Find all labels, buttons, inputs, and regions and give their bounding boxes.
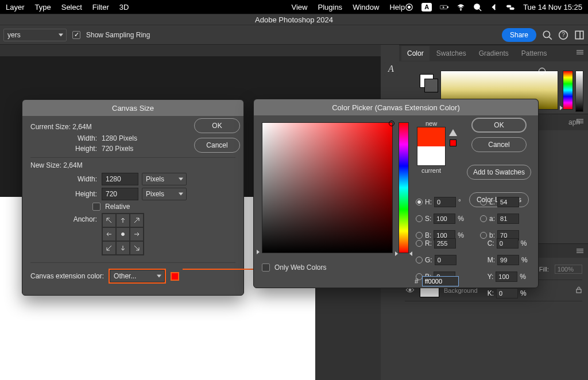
input-h[interactable] [434,197,456,207]
fill-value[interactable]: 100% [555,265,582,274]
height-units[interactable]: Pixels [142,188,187,200]
options-bar: yers Show Sampling Ring Share ? [0,25,588,45]
svg-text:?: ? [562,32,565,38]
new-width-input[interactable] [102,173,138,185]
color-picker-dialog: Color Picker (Canvas Extension Color) ne… [253,99,539,288]
label-a: a: [489,215,495,223]
input-icon[interactable]: A [421,3,432,11]
share-button[interactable]: Share [502,28,536,42]
extension-color-label: Canvas extension color: [30,272,104,280]
svg-rect-15 [575,31,583,39]
new-size-label: New Size: 2,64M [30,161,235,169]
search-icon[interactable] [542,30,552,40]
radio-h[interactable] [416,199,423,205]
gamut-swatch[interactable] [450,139,457,146]
ok-button[interactable]: OK [471,118,527,133]
add-to-swatches-button[interactable]: Add to Swatches [467,165,531,180]
height-label: Height: [30,145,97,153]
current-color-swatch[interactable] [417,146,446,166]
gamut-warning-icon[interactable] [449,129,457,136]
extension-color-swatch[interactable] [171,272,179,281]
tab-patterns[interactable]: Patterns [516,46,553,61]
tab-swatches[interactable]: Swatches [431,46,472,61]
width-label: Width: [30,134,97,142]
layer-lock-icon[interactable] [575,286,582,295]
tab-color[interactable]: Color [401,46,430,61]
menu-view[interactable]: View [292,3,308,11]
svg-point-11 [543,31,550,37]
app-titlebar: Adobe Photoshop 2024 [0,14,588,25]
panel-menu-icon[interactable] [575,49,585,56]
input-a[interactable] [497,214,519,224]
input-R[interactable] [434,238,456,249]
radio-R[interactable] [416,240,423,247]
show-sampling-ring-checkbox[interactable] [72,31,80,39]
menu-help[interactable]: Help [389,3,405,11]
record-icon[interactable] [405,3,413,11]
hex-input[interactable] [422,276,459,286]
chevron-left-icon[interactable] [490,3,498,11]
input-Y[interactable] [496,272,517,282]
tab-gradients[interactable]: Gradients [473,46,514,61]
menu-layer[interactable]: Layer [6,3,25,11]
spotlight-icon[interactable] [473,3,482,11]
input-C[interactable] [497,238,519,249]
wifi-icon[interactable] [457,3,465,11]
canvas-size-dialog: Canvas Size OK Cancel Current Size: 2,64… [22,99,244,296]
anchor-grid[interactable] [102,213,144,255]
cancel-button[interactable]: Cancel [471,137,527,152]
dialog-title: Color Picker (Canvas Extension Color) [254,99,538,115]
radio-G[interactable] [416,257,423,263]
menu-clock[interactable]: Tue 14 Nov 15:25 [523,3,582,11]
control-center-icon[interactable] [506,3,515,11]
sample-dropdown[interactable]: yers [3,29,67,41]
input-K[interactable] [496,288,518,298]
new-height-input[interactable] [102,188,138,200]
radio-s[interactable] [416,215,423,222]
radio-L[interactable] [480,199,487,205]
menu-3d[interactable]: 3D [119,3,129,11]
extension-color-select[interactable]: Other... [110,270,165,282]
panel-menu-icon[interactable] [575,247,585,254]
svg-point-1 [408,6,410,8]
input-L[interactable] [497,197,519,207]
help-icon[interactable]: ? [558,30,568,40]
panel-menu-icon[interactable] [575,118,585,125]
glyphs-panel-icon[interactable]: A [384,62,398,76]
color-marker[interactable] [389,121,394,126]
background-color-swatch[interactable] [424,79,438,92]
menu-select[interactable]: Select [61,3,82,11]
menu-window[interactable]: Window [353,3,379,11]
input-s[interactable] [434,214,455,224]
brightness-strip[interactable] [575,71,583,112]
anchor-label: Anchor: [30,213,97,223]
menu-type[interactable]: Type [35,3,51,11]
svg-rect-34 [577,289,581,293]
label-R: R: [425,239,432,247]
current-color-label: current [417,167,446,174]
input-M[interactable] [497,255,519,265]
menu-plugins[interactable]: Plugins [318,3,342,11]
cancel-button[interactable]: Cancel [194,138,240,153]
battery-icon[interactable] [440,3,448,11]
radio-a[interactable] [480,215,487,222]
label-h: H: [425,198,432,206]
width-units[interactable]: Pixels [142,173,187,185]
hue-strip[interactable] [563,71,573,110]
input-G[interactable] [435,255,457,265]
hex-label: # [415,277,419,285]
workspace-icon[interactable] [574,30,585,40]
fill-label: Fill: [539,266,549,273]
svg-point-5 [474,3,479,9]
only-web-colors-label: Only Web Colors [274,263,326,272]
label-K: K: [488,289,494,297]
only-web-colors-checkbox[interactable] [262,263,270,272]
saturation-field[interactable] [262,122,393,253]
relative-checkbox[interactable] [92,203,100,211]
svg-line-6 [479,9,481,11]
menu-filter[interactable]: Filter [92,3,109,11]
new-color-swatch[interactable] [417,127,446,146]
show-sampling-ring-label: Show Sampling Ring [86,31,150,39]
ok-button[interactable]: OK [194,118,240,133]
hue-slider[interactable] [399,122,409,253]
